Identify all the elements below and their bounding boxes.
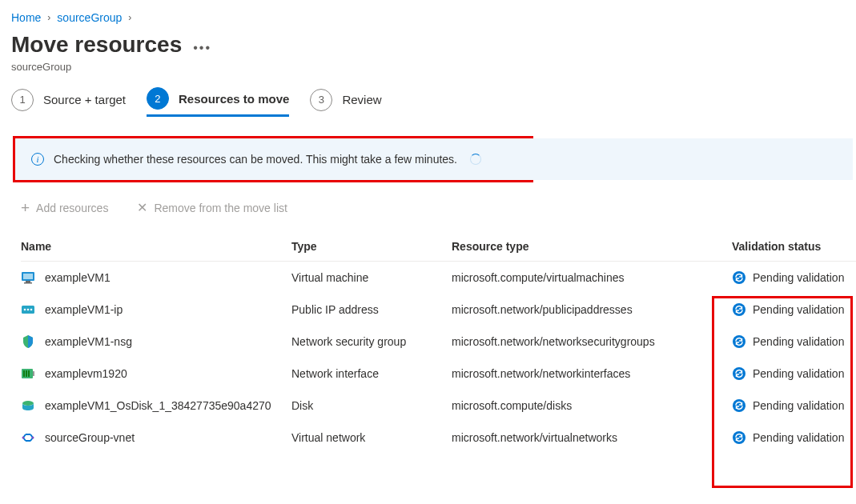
col-name[interactable]: Name bbox=[21, 240, 291, 253]
type-cell: Network interface bbox=[291, 367, 452, 380]
remove-from-list-button[interactable]: ✕ Remove from the move list bbox=[137, 202, 287, 214]
status-cell: Pending validation bbox=[732, 366, 856, 381]
sync-icon bbox=[732, 430, 746, 445]
info-banner-text: Checking whether these resources can be … bbox=[54, 153, 457, 166]
sync-icon bbox=[732, 302, 746, 317]
resources-table: Name Type Resource type Validation statu… bbox=[11, 234, 856, 454]
add-resources-label: Add resources bbox=[36, 202, 108, 214]
disk-icon bbox=[21, 398, 35, 413]
page-title: Move resources bbox=[11, 30, 182, 59]
type-cell: Public IP address bbox=[291, 303, 452, 316]
status-cell: Pending validation bbox=[732, 398, 856, 413]
resource-type-cell: microsoft.network/networkinterfaces bbox=[452, 367, 732, 380]
sync-icon bbox=[732, 270, 746, 285]
spinner-icon bbox=[470, 154, 481, 165]
resource-type-cell: microsoft.compute/virtualmachines bbox=[452, 271, 732, 284]
resource-name: sourceGroup-vnet bbox=[45, 431, 135, 444]
shield-icon bbox=[21, 334, 35, 349]
name-cell: sourceGroup-vnet bbox=[21, 430, 291, 445]
sync-icon bbox=[732, 366, 746, 381]
sync-icon bbox=[732, 334, 746, 349]
status-text: Pending validation bbox=[753, 303, 844, 316]
vm-icon bbox=[21, 270, 35, 285]
status-cell: Pending validation bbox=[732, 302, 856, 317]
page-subtitle: sourceGroup bbox=[11, 61, 856, 73]
nic-icon bbox=[21, 366, 35, 381]
type-cell: Virtual network bbox=[291, 431, 452, 444]
toolbar: + Add resources ✕ Remove from the move l… bbox=[21, 202, 856, 214]
step-number-icon: 2 bbox=[147, 87, 169, 110]
resource-type-cell: microsoft.compute/disks bbox=[452, 399, 732, 412]
sync-icon bbox=[732, 398, 746, 413]
resource-name: exampleVM1-ip bbox=[45, 303, 123, 316]
name-cell: exampleVM1-ip bbox=[21, 302, 291, 317]
status-text: Pending validation bbox=[753, 335, 844, 348]
info-icon: i bbox=[31, 153, 44, 166]
step-number-icon: 1 bbox=[11, 89, 34, 111]
info-banner: i Checking whether these resources can b… bbox=[13, 136, 533, 182]
step-label: Source + target bbox=[43, 93, 126, 106]
breadcrumb-home[interactable]: Home bbox=[11, 11, 41, 24]
table-row[interactable]: exampleVM1_OsDisk_1_38427735e90a4270 Dis… bbox=[21, 390, 856, 422]
breadcrumb-group[interactable]: sourceGroup bbox=[57, 11, 122, 24]
name-cell: exampleVM1-nsg bbox=[21, 334, 291, 349]
breadcrumb: Home › sourceGroup › bbox=[11, 11, 856, 24]
step-label: Review bbox=[342, 93, 381, 106]
step-source-target[interactable]: 1 Source + target bbox=[11, 89, 126, 116]
status-text: Pending validation bbox=[753, 431, 844, 444]
more-actions-icon[interactable]: ••• bbox=[193, 41, 211, 55]
step-resources-to-move[interactable]: 2 Resources to move bbox=[147, 87, 289, 117]
step-review[interactable]: 3 Review bbox=[310, 89, 381, 116]
table-row[interactable]: exampleVM1-nsg Network security group mi… bbox=[21, 326, 856, 358]
table-header: Name Type Resource type Validation statu… bbox=[21, 234, 856, 262]
vnet-icon bbox=[21, 430, 35, 445]
status-cell: Pending validation bbox=[732, 334, 856, 349]
table-row[interactable]: examplevm1920 Network interface microsof… bbox=[21, 358, 856, 390]
resource-name: exampleVM1-nsg bbox=[45, 335, 132, 348]
table-row[interactable]: sourceGroup-vnet Virtual network microso… bbox=[21, 422, 856, 454]
type-cell: Disk bbox=[291, 399, 452, 412]
step-number-icon: 3 bbox=[310, 89, 332, 111]
wizard-stepper: 1 Source + target 2 Resources to move 3 … bbox=[11, 87, 856, 117]
chevron-right-icon: › bbox=[47, 12, 50, 23]
chevron-right-icon: › bbox=[128, 12, 131, 23]
status-text: Pending validation bbox=[753, 271, 844, 284]
resource-type-cell: microsoft.network/virtualnetworks bbox=[452, 431, 732, 444]
x-icon: ✕ bbox=[137, 202, 147, 214]
resource-type-cell: microsoft.network/publicipaddresses bbox=[452, 303, 732, 316]
type-cell: Virtual machine bbox=[291, 271, 452, 284]
type-cell: Network security group bbox=[291, 335, 452, 348]
ip-icon bbox=[21, 302, 35, 317]
plus-icon: + bbox=[21, 202, 30, 214]
status-cell: Pending validation bbox=[732, 430, 856, 445]
resource-name: exampleVM1_OsDisk_1_38427735e90a4270 bbox=[45, 399, 271, 412]
resource-name: examplevm1920 bbox=[45, 367, 127, 380]
status-text: Pending validation bbox=[753, 399, 844, 412]
resource-name: exampleVM1 bbox=[45, 271, 111, 284]
name-cell: examplevm1920 bbox=[21, 366, 291, 381]
remove-from-list-label: Remove from the move list bbox=[154, 202, 287, 214]
status-text: Pending validation bbox=[753, 367, 844, 380]
col-type[interactable]: Type bbox=[291, 240, 452, 253]
col-resource-type[interactable]: Resource type bbox=[452, 240, 732, 253]
step-label: Resources to move bbox=[179, 92, 289, 106]
name-cell: exampleVM1_OsDisk_1_38427735e90a4270 bbox=[21, 398, 291, 413]
status-cell: Pending validation bbox=[732, 270, 856, 285]
col-validation-status[interactable]: Validation status bbox=[732, 240, 856, 253]
table-row[interactable]: exampleVM1 Virtual machine microsoft.com… bbox=[21, 262, 856, 294]
resource-type-cell: microsoft.network/networksecuritygroups bbox=[452, 335, 732, 348]
table-row[interactable]: exampleVM1-ip Public IP address microsof… bbox=[21, 294, 856, 326]
add-resources-button[interactable]: + Add resources bbox=[21, 202, 108, 214]
name-cell: exampleVM1 bbox=[21, 270, 291, 285]
